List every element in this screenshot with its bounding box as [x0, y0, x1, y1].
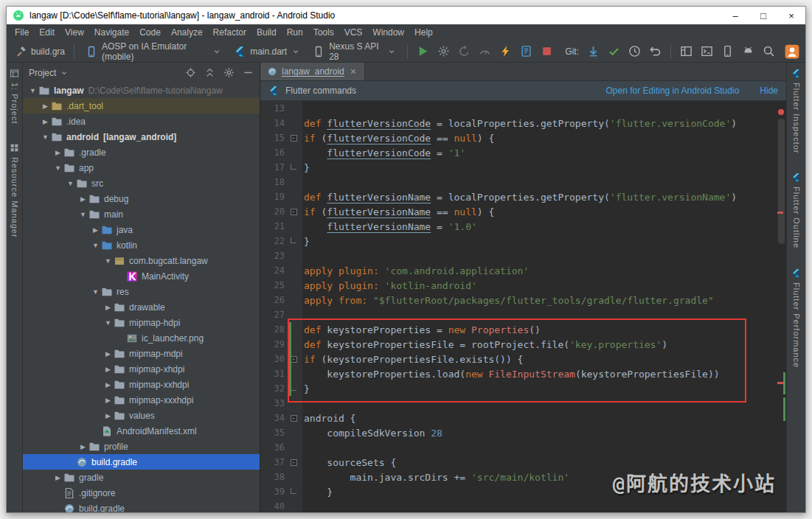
- tree-item-mipmap-xhdpi[interactable]: ▶mipmap-xhdpi: [23, 361, 260, 377]
- chevron-collapsed-icon[interactable]: ▶: [40, 118, 51, 125]
- fold-open-icon[interactable]: -: [291, 135, 297, 142]
- code-area[interactable]: 1314def flutterVersionCode = localProper…: [260, 101, 786, 512]
- menu-help[interactable]: Help: [409, 26, 438, 39]
- tool-window-button-flutter-performance[interactable]: Flutter Performance: [791, 268, 801, 368]
- chevron-expanded-icon[interactable]: ▼: [27, 87, 38, 94]
- code-line-21[interactable]: 21 flutterVersionName = '1.0': [260, 219, 786, 234]
- menu-tools[interactable]: Tools: [308, 26, 339, 39]
- chevron-collapsed-icon[interactable]: ▶: [77, 195, 89, 203]
- chevron-collapsed-icon[interactable]: ▶: [103, 304, 114, 311]
- device-manager-button[interactable]: [718, 43, 737, 59]
- chevron-collapsed-icon[interactable]: ▶: [40, 102, 51, 110]
- stop-button[interactable]: [538, 43, 556, 59]
- code-line-33[interactable]: 33: [260, 396, 786, 411]
- chevron-collapsed-icon[interactable]: ▶: [52, 149, 63, 156]
- terminal-button[interactable]: [698, 43, 716, 59]
- code-line-25[interactable]: 25apply plugin: 'kotlin-android': [260, 278, 786, 293]
- collapse-all-icon[interactable]: [204, 67, 215, 78]
- menu-navigate[interactable]: Navigate: [89, 26, 134, 39]
- chevron-collapsed-icon[interactable]: ▶: [103, 397, 114, 404]
- menu-build[interactable]: Build: [251, 26, 282, 39]
- tree-item-com.bugcatt.langaw[interactable]: ▼com.bugcatt.langaw: [23, 253, 260, 268]
- device-selector[interactable]: AOSP on IA Emulator (mobile): [80, 40, 226, 63]
- hide-banner-link[interactable]: Hide: [760, 86, 778, 96]
- tree-item-AndroidManifest.xml[interactable]: AndroidManifest.xml: [23, 423, 260, 439]
- tree-item-java[interactable]: ▶java: [23, 222, 260, 237]
- tree-item-android[interactable]: ▼android[langaw_android]: [23, 129, 260, 144]
- fold-close-icon[interactable]: [291, 164, 296, 170]
- hot-reload-button[interactable]: [496, 43, 515, 59]
- git-update-button[interactable]: [584, 43, 603, 59]
- search-everywhere-button[interactable]: [760, 43, 778, 59]
- settings-icon[interactable]: [223, 67, 235, 78]
- tree-item-kotlin[interactable]: ▼kotlin: [23, 237, 260, 253]
- code-line-20[interactable]: 20-if (flutterVersionName == null) {: [260, 204, 786, 219]
- change-stripe-mark[interactable]: [783, 372, 785, 394]
- run-button[interactable]: [414, 43, 432, 59]
- code-line-29[interactable]: 29def keystorePropertiesFile = rootProje…: [260, 337, 786, 352]
- code-line-32[interactable]: 32}: [260, 381, 786, 396]
- error-indicator[interactable]: [778, 109, 784, 115]
- code-line-14[interactable]: 14def flutterVersionCode = localProperti…: [260, 116, 786, 130]
- chevron-collapsed-icon[interactable]: ▶: [90, 226, 101, 234]
- layout-editor-button[interactable]: [677, 43, 695, 59]
- code-line-35[interactable]: 35 compileSdkVersion 28: [260, 425, 786, 440]
- chevron-expanded-icon[interactable]: ▼: [103, 257, 114, 265]
- code-line-15[interactable]: 15-if (flutterVersionCode == null) {: [260, 130, 786, 145]
- tool-window-button-flutter-outline[interactable]: Flutter Outline: [791, 173, 801, 248]
- minimize-button[interactable]: –: [721, 7, 749, 24]
- chevron-expanded-icon[interactable]: ▼: [40, 133, 51, 141]
- code-line-40[interactable]: 40: [260, 499, 786, 512]
- hide-icon[interactable]: [243, 67, 254, 78]
- menu-code[interactable]: Code: [134, 26, 166, 39]
- close-tab-icon[interactable]: [349, 67, 358, 76]
- code-line-37[interactable]: 37- sourceSets {: [260, 455, 786, 470]
- chevron-expanded-icon[interactable]: ▼: [65, 180, 76, 187]
- tree-item-drawable[interactable]: ▶drawable: [23, 299, 260, 315]
- tree-item-mipmap-hdpi[interactable]: ▼mipmap-hdpi: [23, 315, 260, 330]
- project-panel-title[interactable]: Project: [29, 68, 56, 78]
- tree-item-mipmap-xxxhdpi[interactable]: ▶mipmap-xxxhdpi: [23, 392, 260, 408]
- tree-item-mipmap-mdpi[interactable]: ▶mipmap-mdpi: [23, 346, 260, 361]
- tree-item-values[interactable]: ▶values: [23, 408, 260, 423]
- fold-open-icon[interactable]: -: [291, 209, 297, 215]
- code-line-23[interactable]: 23: [260, 248, 786, 263]
- chevron-expanded-icon[interactable]: ▼: [90, 242, 101, 249]
- tree-item-.idea[interactable]: ▶.idea: [23, 114, 260, 129]
- fold-open-icon[interactable]: -: [291, 459, 297, 466]
- code-line-24[interactable]: 24apply plugin: 'com.android.application…: [260, 263, 786, 278]
- code-line-36[interactable]: 36: [260, 440, 786, 455]
- tool-window-button-resource-manager[interactable]: Resource Manager: [10, 143, 19, 238]
- fold-close-icon[interactable]: [291, 488, 296, 494]
- error-stripe-mark[interactable]: [777, 212, 783, 214]
- user-avatar[interactable]: [785, 44, 799, 59]
- menu-run[interactable]: Run: [282, 26, 308, 39]
- git-commit-button[interactable]: [605, 43, 623, 59]
- code-line-27[interactable]: 27: [260, 307, 786, 322]
- code-line-16[interactable]: 16 flutterVersionCode = '1': [260, 145, 786, 160]
- maximize-button[interactable]: □: [749, 7, 777, 24]
- chevron-collapsed-icon[interactable]: ▶: [52, 474, 63, 481]
- tree-item-build.gradle[interactable]: build.gradle: [23, 454, 260, 470]
- run-configuration[interactable]: build.gra: [13, 44, 68, 59]
- menu-file[interactable]: File: [10, 26, 34, 39]
- tree-item-.gitignore[interactable]: .gitignore: [23, 485, 260, 501]
- change-stripe-mark[interactable]: [783, 397, 785, 421]
- profiler-button[interactable]: [476, 43, 494, 59]
- tool-window-button-1-project[interactable]: 1: Project: [10, 69, 19, 124]
- emulator-selector[interactable]: Nexus S API 28: [308, 40, 401, 63]
- chevron-down-icon[interactable]: [60, 69, 69, 77]
- chevron-expanded-icon[interactable]: ▼: [90, 288, 101, 296]
- entrypoint-selector[interactable]: main.dart: [229, 44, 305, 59]
- open-in-android-studio-link[interactable]: Open for Editing in Android Studio: [606, 86, 740, 96]
- tree-item-src[interactable]: ▼src: [23, 175, 260, 191]
- scrollbar-thumb[interactable]: [778, 119, 785, 244]
- code-line-19[interactable]: 19def flutterVersionName = localProperti…: [260, 189, 786, 204]
- error-stripe-mark[interactable]: [777, 382, 783, 384]
- close-button[interactable]: ×: [777, 7, 805, 24]
- code-line-30[interactable]: 30-if (keystorePropertiesFile.exists()) …: [260, 352, 786, 366]
- tree-item-profile[interactable]: ▶profile: [23, 439, 260, 454]
- fold-open-icon[interactable]: -: [291, 415, 297, 422]
- code-line-31[interactable]: 31 keystoreProperties.load(new FileInput…: [260, 366, 786, 381]
- fold-open-icon[interactable]: -: [291, 356, 297, 363]
